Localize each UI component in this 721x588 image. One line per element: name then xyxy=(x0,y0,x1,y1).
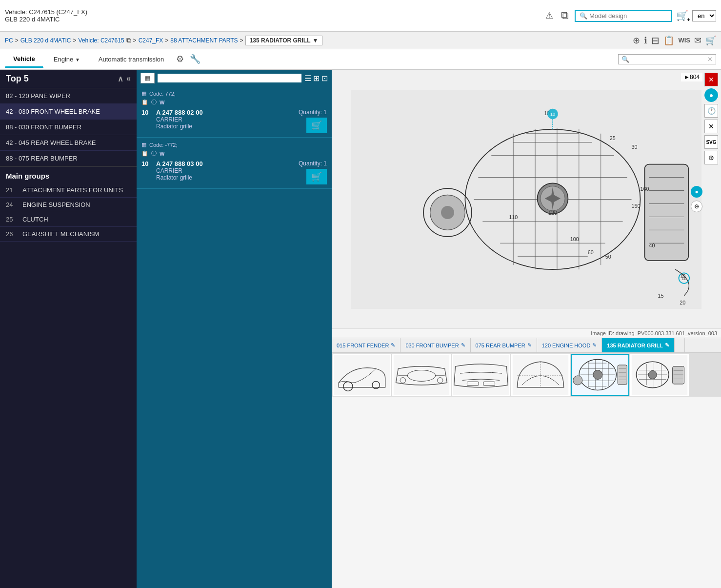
top5-item-3[interactable]: 42 - 045 REAR WHEEL BRAKE xyxy=(0,135,137,151)
group-item-26[interactable]: 26 GEARSHIFT MECHANISM xyxy=(0,227,137,242)
edit-icon-0[interactable]: ✎ xyxy=(391,342,395,348)
svg-text:30: 30 xyxy=(631,144,637,150)
add-to-cart-1[interactable]: 🛒 xyxy=(306,169,327,184)
diagram-history-icon[interactable]: 🕐 xyxy=(704,104,718,118)
mail-icon[interactable]: ✉ xyxy=(694,35,701,46)
svg-text:40: 40 xyxy=(649,243,655,248)
mid-filter-btn[interactable]: ▦ xyxy=(140,73,155,83)
group-item-24[interactable]: 24 ENGINE SUSPENSION xyxy=(0,198,137,212)
thumb-item-1[interactable] xyxy=(392,354,451,396)
thumb-tab-5[interactable] xyxy=(675,338,685,352)
chevron-down-icon: ▼ xyxy=(313,37,319,44)
part-code-0: Code: 772; xyxy=(149,91,176,97)
model-search-box[interactable]: 🔍 xyxy=(575,10,672,22)
doc-icon-1[interactable]: 📋 xyxy=(141,150,148,157)
info-icon[interactable]: ℹ xyxy=(644,35,647,46)
warning-icon[interactable]: ⚠ xyxy=(543,9,555,22)
doc-icon-0[interactable]: 📋 xyxy=(141,99,148,105)
thumb-tab-3[interactable]: 120 ENGINE HOOD ✎ xyxy=(537,338,602,352)
svg-text:15: 15 xyxy=(658,293,663,299)
bc-pc[interactable]: PC xyxy=(5,37,13,44)
bc-vehicle[interactable]: Vehicle: C247615 xyxy=(79,37,124,44)
tab-transmission[interactable]: Automatic transmission xyxy=(90,51,172,67)
edit-icon-2[interactable]: ✎ xyxy=(527,342,532,348)
thumb-tab-2[interactable]: 075 REAR BUMPER ✎ xyxy=(471,338,537,352)
thumb-item-4[interactable] xyxy=(571,354,629,396)
wis-icon-1[interactable]: W xyxy=(160,151,164,157)
doc-icon[interactable]: 📋 xyxy=(663,35,674,46)
part-subname-0: Radiator grille xyxy=(156,123,296,130)
top-bar-tools: ⚠ ⧉ 🔍 🛒 + en de fr xyxy=(543,8,716,23)
group-label-25: CLUTCH xyxy=(22,216,48,223)
grid-view-icon[interactable]: ⊞ xyxy=(313,74,320,83)
edit-icon-4[interactable]: ✎ xyxy=(665,342,669,348)
right-panel: 10 25 30 160 150 120 110 100 60 50 40 10… xyxy=(332,70,721,588)
svg-rect-47 xyxy=(334,355,390,395)
filter-icon[interactable]: ⊟ xyxy=(651,35,660,46)
top5-item-2[interactable]: 88 - 030 FRONT BUMPER xyxy=(0,120,137,135)
tools-icon[interactable]: 🔧 xyxy=(188,52,202,66)
group-item-25[interactable]: 25 CLUTCH xyxy=(0,212,137,227)
part-meta-0: ▦ Code: 772; xyxy=(141,90,327,97)
diagram-circle-icon[interactable]: ● xyxy=(704,88,718,102)
search-icon: 🔍 xyxy=(580,12,587,20)
top5-item-1[interactable]: 42 - 030 FRONT WHEEL BRAKE xyxy=(0,104,137,120)
vehicle-line1: Vehicle: C247615 (C247_FX) xyxy=(5,8,87,16)
info-icon-0[interactable]: ⓘ xyxy=(151,99,157,106)
thumb-item-2[interactable] xyxy=(452,354,510,396)
group-num-21: 21 xyxy=(6,186,18,194)
bc-attachment[interactable]: 88 ATTACHMENT PARTS xyxy=(170,37,238,44)
tab-vehicle[interactable]: Vehicle xyxy=(5,51,43,68)
collapse-icon[interactable]: ∧ xyxy=(118,74,123,83)
thumb-item-3[interactable] xyxy=(511,354,570,396)
top5-item-4[interactable]: 88 - 075 REAR BUMPER xyxy=(0,151,137,166)
copy-vehicle-icon[interactable]: ⧉ xyxy=(126,36,131,44)
side-ctrl-blue[interactable]: ● xyxy=(691,186,702,198)
tab-search-area[interactable]: 🔍 ✕ xyxy=(618,54,716,64)
svg-point-20 xyxy=(441,205,454,219)
group-item-21[interactable]: 21 ATTACHMENT PARTS FOR UNITS xyxy=(0,183,137,198)
settings-icon[interactable]: ⚙ xyxy=(174,52,186,66)
cart-nav-icon[interactable]: 🛒 xyxy=(705,35,716,46)
diagram-close-button[interactable]: ✕ xyxy=(704,73,718,86)
cart-button[interactable]: 🛒 + xyxy=(676,10,688,21)
svg-point-74 xyxy=(573,376,582,385)
diagram-zoom-in-icon[interactable]: ⊕ xyxy=(704,151,718,164)
mid-search-input[interactable] xyxy=(160,75,299,81)
top5-item-0[interactable]: 82 - 120 PANE WIPER xyxy=(0,88,137,104)
tab-engine[interactable]: Engine ▼ xyxy=(45,51,88,67)
wis-icon[interactable]: WIS xyxy=(678,37,690,44)
thumb-tab-label-0: 015 FRONT FENDER xyxy=(337,343,389,348)
info-icon-1[interactable]: ⓘ xyxy=(151,150,157,157)
mid-search[interactable] xyxy=(158,74,301,82)
bc-active-item[interactable]: 135 RADIATOR GRILL ▼ xyxy=(245,36,323,45)
edit-icon-3[interactable]: ✎ xyxy=(592,342,597,348)
arrows-left-icon[interactable]: « xyxy=(126,74,131,83)
add-to-cart-0[interactable]: 🛒 xyxy=(306,118,327,133)
thumb-item-5[interactable] xyxy=(630,354,689,396)
side-ctrl-zoom-out[interactable]: ⊖ xyxy=(691,201,702,212)
copy-icon[interactable]: ⧉ xyxy=(559,8,571,23)
zoom-in-icon[interactable]: ⊕ xyxy=(633,35,640,46)
tab-search-input[interactable] xyxy=(629,56,707,63)
diagram-cross-icon[interactable]: ✕ xyxy=(704,120,718,133)
wis-icon-0[interactable]: W xyxy=(160,100,164,105)
expand-view-icon[interactable]: ⊡ xyxy=(321,74,328,83)
edit-icon-1[interactable]: ✎ xyxy=(461,342,465,348)
part-row-0: 10 A 247 888 02 00 CARRIER Radiator gril… xyxy=(141,109,327,133)
svg-text:20: 20 xyxy=(680,299,685,305)
bc-glb[interactable]: GLB 220 d 4MATIC xyxy=(20,37,71,44)
table-icon-1: ▦ xyxy=(141,142,146,148)
list-view-icon[interactable]: ☰ xyxy=(304,74,311,83)
language-select[interactable]: en de fr xyxy=(692,10,716,21)
thumb-tab-0[interactable]: 015 FRONT FENDER ✎ xyxy=(332,338,401,352)
bc-c247fx[interactable]: C247_FX xyxy=(139,37,163,44)
diagram-svg-icon[interactable]: SVG xyxy=(704,135,718,149)
diagram-svg: 10 25 30 160 150 120 110 100 60 50 40 10… xyxy=(351,83,701,316)
thumb-item-0[interactable] xyxy=(333,354,391,396)
part-info-1: A 247 888 03 00 CARRIER Radiator grille xyxy=(156,160,296,181)
thumb-tab-4[interactable]: 135 RADIATOR GRILL ✎ xyxy=(602,338,675,352)
clear-search-icon[interactable]: ✕ xyxy=(707,56,713,63)
thumb-tab-1[interactable]: 030 FRONT BUMPER ✎ xyxy=(401,338,470,352)
model-search-input[interactable] xyxy=(589,12,667,20)
